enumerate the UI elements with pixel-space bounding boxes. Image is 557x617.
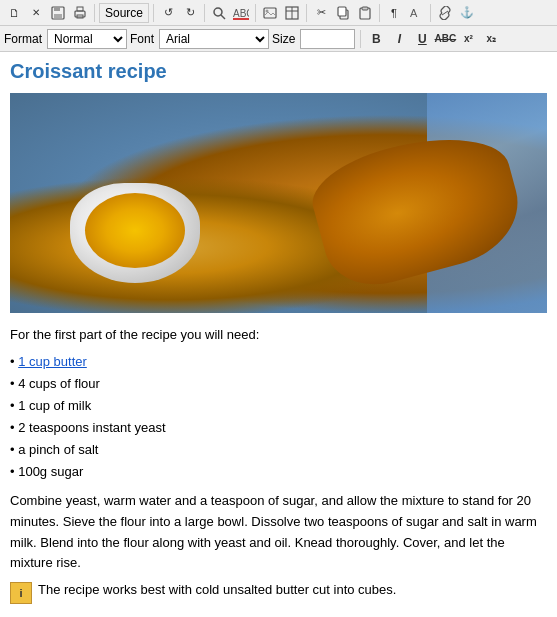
sep6	[379, 4, 380, 22]
size-label: Size	[272, 32, 295, 46]
size-input[interactable]	[300, 29, 355, 49]
toolbar-row2: Format Normal Heading 1 Heading 2 Headin…	[0, 26, 557, 52]
editor-area[interactable]: Croissant recipe For the first part of t…	[0, 52, 557, 617]
tip-box: i The recipe works best with cold unsalt…	[10, 582, 547, 604]
svg-text:ABC: ABC	[233, 8, 249, 19]
para-button[interactable]: ¶	[384, 3, 404, 23]
image-button[interactable]	[260, 3, 280, 23]
font-select[interactable]: Arial Times New Roman Courier New	[159, 29, 269, 49]
body-text: Combine yeast, warm water and a teaspoon…	[10, 491, 547, 574]
format-select[interactable]: Normal Heading 1 Heading 2 Heading 3	[47, 29, 127, 49]
superscript-button[interactable]: x²	[458, 29, 478, 49]
sep1	[94, 4, 95, 22]
anchor-button[interactable]: ⚓	[457, 3, 477, 23]
bowl-shape	[70, 183, 200, 283]
table-icon	[285, 6, 299, 20]
copy-icon	[336, 6, 350, 20]
format-label: Format	[4, 32, 42, 46]
source-label: Source	[105, 6, 143, 20]
table-button[interactable]	[282, 3, 302, 23]
format-paint-button[interactable]: A	[406, 3, 426, 23]
svg-line-7	[221, 15, 225, 19]
svg-text:A: A	[410, 7, 418, 19]
print-button[interactable]	[70, 3, 90, 23]
find-icon	[212, 6, 226, 20]
spell-icon: ABC	[233, 6, 249, 20]
sep7	[430, 4, 431, 22]
sep5	[306, 4, 307, 22]
intro-text: For the first part of the recipe you wil…	[10, 325, 547, 345]
svg-point-6	[214, 8, 222, 16]
list-item: a pinch of salt	[10, 439, 547, 461]
list-item: 4 cups of flour	[10, 373, 547, 395]
recipe-image-inner	[10, 93, 547, 313]
paste-icon	[358, 6, 372, 20]
svg-rect-2	[54, 14, 62, 18]
svg-rect-1	[54, 7, 60, 11]
open-button[interactable]: ✕	[26, 3, 46, 23]
link-icon	[437, 6, 453, 20]
jam-shape	[85, 193, 185, 268]
list-item: 1 cup of milk	[10, 395, 547, 417]
cut-button[interactable]: ✂	[311, 3, 331, 23]
link-button[interactable]	[435, 3, 455, 23]
svg-rect-4	[77, 7, 83, 11]
redo-button[interactable]: ↻	[180, 3, 200, 23]
sep4	[255, 4, 256, 22]
tip-icon-label: i	[19, 587, 22, 599]
sep3	[204, 4, 205, 22]
spell-button[interactable]: ABC	[231, 3, 251, 23]
underline-button[interactable]: U	[412, 29, 432, 49]
print-icon	[73, 6, 87, 20]
list-item: 100g sugar	[10, 461, 547, 483]
ingredients-list: 1 cup butter 4 cups of flour 1 cup of mi…	[10, 351, 547, 484]
butter-link[interactable]: 1 cup butter	[18, 354, 87, 369]
strikethrough-button[interactable]: ABC	[435, 29, 455, 49]
svg-rect-10	[264, 8, 276, 18]
source-button[interactable]: Source	[99, 3, 149, 23]
copy-button[interactable]	[333, 3, 353, 23]
sep2	[153, 4, 154, 22]
find-button[interactable]	[209, 3, 229, 23]
tip-icon: i	[10, 582, 32, 604]
font-label: Font	[130, 32, 154, 46]
italic-button[interactable]: I	[389, 29, 409, 49]
recipe-title: Croissant recipe	[10, 60, 547, 83]
svg-rect-18	[362, 7, 368, 10]
paste-button[interactable]	[355, 3, 375, 23]
format-paint-icon: A	[409, 6, 423, 20]
recipe-image	[10, 93, 547, 313]
subscript-button[interactable]: x₂	[481, 29, 501, 49]
svg-rect-16	[338, 7, 346, 16]
bold-button[interactable]: B	[366, 29, 386, 49]
save-button[interactable]	[48, 3, 68, 23]
new-button[interactable]: 🗋	[4, 3, 24, 23]
save-icon	[51, 6, 65, 20]
list-item: 1 cup butter	[10, 351, 547, 373]
toolbar-row1: 🗋 ✕ Source ↺ ↻ ABC ✂ ¶ A ⚓	[0, 0, 557, 26]
svg-line-20	[442, 11, 448, 15]
list-item: 2 teaspoons instant yeast	[10, 417, 547, 439]
undo-button[interactable]: ↺	[158, 3, 178, 23]
image-icon	[263, 6, 277, 20]
sep8	[360, 30, 361, 48]
tip-text: The recipe works best with cold unsalted…	[38, 582, 396, 597]
